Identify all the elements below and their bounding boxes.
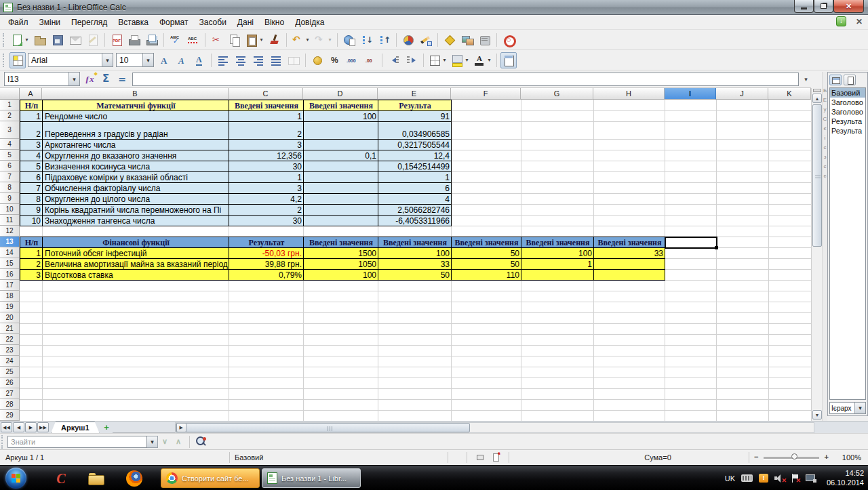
network-icon[interactable] <box>806 474 816 483</box>
cell-D6[interactable] <box>303 161 378 172</box>
font-size-dropdown-icon[interactable] <box>142 54 153 66</box>
page-style-status[interactable]: Базовий <box>235 453 263 462</box>
row-header-27[interactable]: 27 <box>0 388 20 399</box>
email-button[interactable] <box>67 32 83 48</box>
row-header-10[interactable]: 10 <box>0 204 20 215</box>
bold-button[interactable] <box>156 52 172 68</box>
cell-E15[interactable]: 33 <box>378 258 452 270</box>
cell-H13[interactable]: Введені значення <box>593 237 665 248</box>
cell-D9[interactable] <box>303 193 378 205</box>
new-document-button[interactable] <box>9 32 31 48</box>
decrease-indent-button[interactable] <box>386 52 402 68</box>
column-header-K[interactable]: K <box>768 88 811 100</box>
cell-C3[interactable]: 2 <box>229 121 304 140</box>
cell-C4[interactable]: 3 <box>229 139 304 150</box>
column-header-H[interactable]: H <box>593 88 665 100</box>
style-item-Результа[interactable]: Результа <box>830 117 865 126</box>
cell-C16[interactable]: 0,79% <box>229 269 304 281</box>
split-window-handle[interactable] <box>813 89 821 92</box>
save-button[interactable] <box>50 32 66 48</box>
row-header-18[interactable]: 18 <box>0 291 20 302</box>
font-name-combo[interactable]: Arial <box>28 53 113 67</box>
underline-button[interactable] <box>191 52 208 68</box>
cell-C14[interactable]: -50,03 грн. <box>229 247 304 259</box>
ccleaner-icon[interactable]: C <box>53 470 69 487</box>
row-header-6[interactable]: 6 <box>0 161 20 171</box>
next-sheet-button[interactable]: ▶ <box>25 422 37 432</box>
cell-G13[interactable]: Введені значення <box>521 237 594 248</box>
scroll-up-button[interactable]: ▲ <box>812 94 822 103</box>
menu-Перегляд[interactable]: Перегляд <box>66 16 113 28</box>
cell-A10[interactable]: 9 <box>20 204 43 216</box>
language-indicator[interactable]: UK <box>725 474 735 483</box>
cell-B14[interactable]: Поточний обсяг інфестицій <box>42 247 229 259</box>
cell-B6[interactable]: Визначення косинуса числа <box>42 161 229 172</box>
cell-B5[interactable]: Округлення до вказаного значення <box>42 150 229 161</box>
cell-F15[interactable]: 50 <box>451 258 521 270</box>
find-previous-icon[interactable]: ∧ <box>176 437 181 446</box>
first-sheet-button[interactable]: ◀◀ <box>1 422 12 432</box>
cell-D11[interactable] <box>303 215 378 226</box>
chart-button[interactable] <box>400 32 416 48</box>
background-color-dropdown-icon[interactable] <box>464 53 470 68</box>
find-and-replace-icon[interactable] <box>194 435 208 449</box>
row-header-9[interactable]: 9 <box>0 193 20 204</box>
expand-formula-bar-button[interactable] <box>801 73 811 86</box>
cell-C2[interactable]: 1 <box>229 110 304 122</box>
gallery-button[interactable] <box>459 32 475 48</box>
sort-descending-button[interactable] <box>376 32 393 48</box>
last-sheet-button[interactable]: ▶▶ <box>37 422 49 432</box>
undo-button[interactable] <box>290 32 311 48</box>
cell-E5[interactable]: 12,4 <box>378 150 452 161</box>
paste-dropdown-icon[interactable] <box>258 33 264 47</box>
horizontal-scroll-thumb[interactable] <box>185 423 470 432</box>
hyperlink-button[interactable] <box>341 32 357 48</box>
cell-E6[interactable]: 0,1542514499 <box>378 161 452 172</box>
name-box[interactable]: I13 <box>4 72 80 86</box>
spelling-button[interactable] <box>167 32 184 48</box>
row-header-25[interactable]: 25 <box>0 367 20 377</box>
cell-C6[interactable]: 30 <box>229 161 304 172</box>
equals-button[interactable]: = <box>114 72 130 87</box>
column-header-D[interactable]: D <box>303 88 378 100</box>
cell-styles-button[interactable] <box>829 75 842 85</box>
style-item-Результа[interactable]: Результа <box>830 126 865 136</box>
cell-F13[interactable]: Введені значення <box>451 237 521 248</box>
export-pdf-button[interactable] <box>108 32 125 48</box>
cell-B8[interactable]: Обчислення факторіалу числа <box>42 182 229 194</box>
style-item-Заголово[interactable]: Заголово <box>830 107 865 117</box>
scroll-down-button[interactable]: ▼ <box>812 410 822 420</box>
toolbar-grip[interactable] <box>3 54 6 67</box>
row-header-11[interactable]: 11 <box>0 215 20 226</box>
menu-Дані[interactable]: Дані <box>232 16 259 28</box>
menu-Вставка[interactable]: Вставка <box>113 16 154 28</box>
cell-A6[interactable]: 5 <box>20 161 43 172</box>
cell-D14[interactable]: 1500 <box>303 247 378 259</box>
cell-D7[interactable] <box>303 171 378 183</box>
borders-button[interactable] <box>427 52 448 68</box>
styles-filter-dropdown-icon[interactable] <box>854 403 865 413</box>
cell-C15[interactable]: 39,88 грн. <box>229 258 304 270</box>
row-header-29[interactable]: 29 <box>0 410 20 421</box>
align-justify-button[interactable] <box>268 52 284 68</box>
draw-functions-button[interactable] <box>418 32 434 48</box>
cell-B11[interactable]: Знаходження тангенса числа <box>42 215 229 226</box>
print-button[interactable] <box>126 32 142 48</box>
borders-dropdown-icon[interactable] <box>441 53 448 68</box>
cell-B13[interactable]: Фінансові функції <box>42 237 229 248</box>
vertical-scrollbar[interactable]: ▲ ▼ <box>811 88 822 421</box>
cell-E10[interactable]: 2,5066282746 <box>378 204 452 216</box>
cell-D5[interactable]: 0,1 <box>303 150 378 161</box>
previous-sheet-button[interactable]: ◀ <box>13 422 24 432</box>
sum-status[interactable]: Сума=0 <box>570 453 746 462</box>
cell-C8[interactable]: 3 <box>229 182 304 194</box>
toolbar-grip[interactable] <box>1 435 5 449</box>
document-modified-icon[interactable] <box>493 453 499 462</box>
cell-B7[interactable]: Підраховує комірки у вказаній області <box>42 171 229 183</box>
cell-E2[interactable]: 91 <box>378 110 452 122</box>
cell-F16[interactable]: 110 <box>451 269 521 281</box>
navigator-button[interactable] <box>441 32 458 48</box>
cut-button[interactable] <box>209 32 225 48</box>
sort-ascending-button[interactable] <box>359 32 375 48</box>
file-explorer-icon[interactable] <box>88 470 104 487</box>
